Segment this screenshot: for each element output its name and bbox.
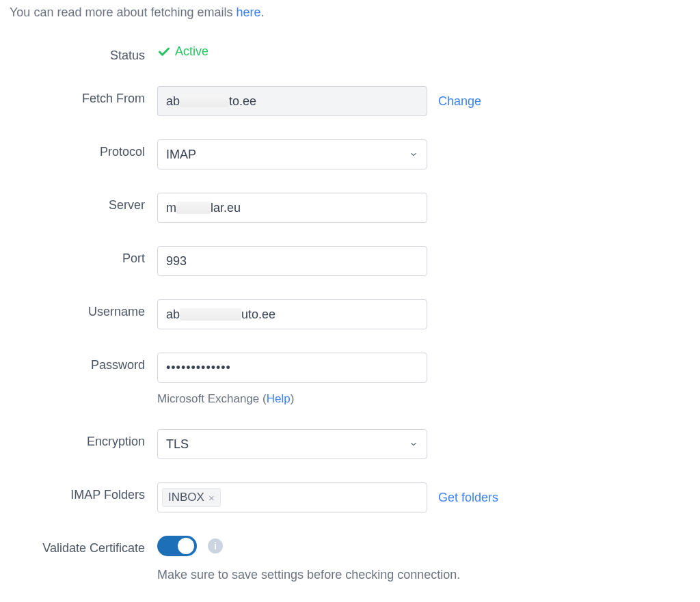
redacted [180,308,241,320]
folder-tag: INBOX × [162,488,221,507]
label-validate-cert: Validate Certificate [10,536,145,556]
exchange-help-link[interactable]: Help [267,392,291,405]
status-text: Active [175,44,208,59]
protocol-value: IMAP [166,148,196,162]
fetch-from-value: abto.ee [157,86,427,116]
validate-cert-toggle[interactable] [157,536,197,556]
label-server: Server [10,193,145,213]
settings-form: Status Active Fetch From abto.ee Change … [10,43,690,602]
label-encryption: Encryption [10,429,145,449]
validate-cert-help: Make sure to save settings before checki… [157,566,677,585]
label-status: Status [10,43,145,63]
imap-folders-input[interactable]: INBOX × [157,482,427,512]
toggle-knob [178,538,194,554]
intro-after: . [261,5,265,19]
redacted [176,202,211,214]
label-password: Password [10,353,145,372]
port-input[interactable] [157,246,427,276]
label-port: Port [10,246,145,266]
chevron-down-icon [409,439,418,449]
check-icon [157,45,171,59]
label-imap-folders: IMAP Folders [10,482,145,502]
label-protocol: Protocol [10,139,145,159]
label-fetch-from: Fetch From [10,86,145,106]
change-link[interactable]: Change [438,94,481,109]
server-input[interactable]: mlar.eu [157,193,427,223]
intro-text: You can read more about fetching emails … [10,5,690,20]
encryption-value: TLS [166,437,189,452]
label-username: Username [10,299,145,319]
chevron-down-icon [409,150,418,159]
remove-tag-icon[interactable]: × [208,492,215,504]
password-input[interactable] [157,353,427,383]
info-icon[interactable]: i [208,538,223,553]
encryption-select[interactable]: TLS [157,429,427,459]
password-helper: Microsoft Exchange (Help) [157,392,684,406]
username-input[interactable]: abuto.ee [157,299,427,329]
protocol-select[interactable]: IMAP [157,139,427,169]
intro-before: You can read more about fetching emails [10,5,237,19]
get-folders-link[interactable]: Get folders [438,491,498,505]
redacted [180,95,229,107]
intro-link[interactable]: here [237,5,261,19]
